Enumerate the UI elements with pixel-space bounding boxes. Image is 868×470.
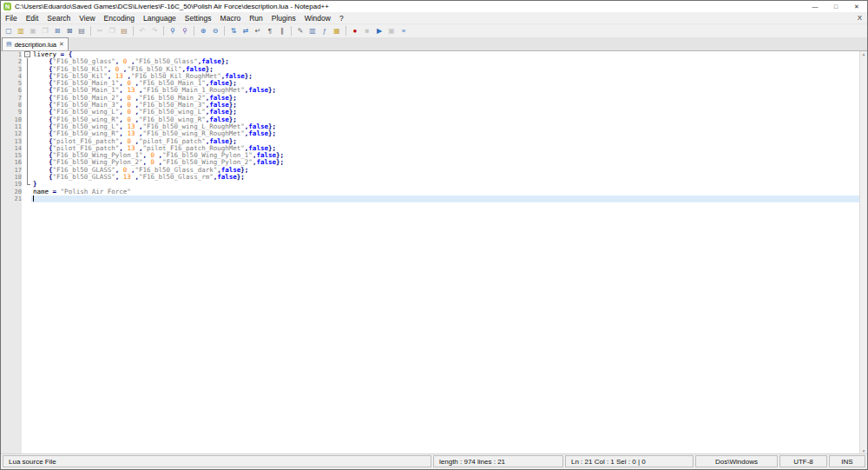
fold-margin[interactable] [23,80,31,87]
bookmark-margin[interactable] [1,189,8,195]
sync-horizontal-icon[interactable]: ⇄ [240,26,251,36]
code-line[interactable]: 14 {"pilot_F16_patch", 13 ,"pilot_F16_pa… [1,145,860,152]
fold-margin[interactable] [23,159,31,166]
code-line[interactable]: 16 {"F16_bl50_Wing_Pylon_2", 0 ,"F16_bl5… [1,159,860,166]
menu-item-run[interactable]: Run [245,14,267,23]
code-line[interactable]: 13 {"pilot_F16_patch", 0 ,"pilot_F16_pat… [1,138,860,145]
fold-margin[interactable] [23,174,31,181]
code-line[interactable]: 5 {"F16_bl50_Main_1", 0 ,"F16_bl50_Main_… [1,80,860,87]
code-line[interactable]: 10 {"F16_bl50_wing_R", 0 ,"F16_bl50_wing… [1,116,860,123]
bookmark-margin[interactable] [1,181,8,188]
fold-margin[interactable] [23,167,31,174]
fold-margin[interactable] [23,66,31,73]
close-document-icon[interactable]: ⊠ [52,26,62,36]
code-line[interactable]: 20name = "Polish Air Force" [1,189,860,195]
bookmark-margin[interactable] [1,66,8,73]
print-icon[interactable]: ▤ [76,26,87,36]
code-line[interactable]: 9 {"F16_bl50_wing_L", 0 ,"F16_bl50_wing_… [1,109,860,116]
bookmark-margin[interactable] [1,58,8,65]
menu-item-window[interactable]: Window [300,14,335,23]
fold-margin[interactable] [23,109,31,116]
menu-item-file[interactable]: File [1,14,22,23]
bookmark-margin[interactable] [1,109,8,116]
code-line[interactable]: 3 {"F16_bl50_Kil", 0 ,"F16_bl50_Kil",fal… [1,66,860,73]
code-line[interactable]: 2 {"F16_bl50_glass", 0 ,"F16_bl50_Glass"… [1,58,860,65]
find-icon[interactable]: ⚲ [168,26,178,36]
zoom-in-icon[interactable]: ⊕ [198,26,208,36]
fold-collapse-icon[interactable]: - [24,51,30,57]
menu-item-search[interactable]: Search [43,14,75,23]
menu-close-icon[interactable]: X [852,14,867,22]
bookmark-margin[interactable] [1,102,8,109]
record-macro-icon[interactable]: ● [350,26,360,36]
tab-description-lua[interactable]: ▤ description.lua ✕ [2,37,69,50]
maximize-button[interactable]: □ [825,1,846,12]
bookmark-margin[interactable] [1,167,8,174]
code-line[interactable]: 11 {"F16_bl50_wing_L", 13 ,"F16_bl50_win… [1,123,860,130]
bookmark-margin[interactable] [1,152,8,159]
paste-icon[interactable]: ▤ [119,26,129,36]
bookmark-margin[interactable] [1,51,8,58]
code-line[interactable]: 19} [1,181,860,188]
zoom-out-icon[interactable]: ⊖ [210,26,220,36]
code-line[interactable]: 17 {"F16_bl50_GLASS", 0 ,"F16_bl50_Glass… [1,167,860,174]
menu-item-macro[interactable]: Macro [216,14,246,23]
new-file-icon[interactable]: ▢ [3,26,14,36]
document-map-icon[interactable]: ▥ [307,26,318,36]
bookmark-margin[interactable] [1,138,8,145]
fold-margin[interactable] [23,138,31,145]
code-line[interactable]: 18 {"F16_bl50_GLASS", 13 ,"F16_bl50_Glas… [1,174,860,181]
menu-item-plugins[interactable]: Plugins [267,14,300,23]
code-editor[interactable]: 1-livery = {2 {"F16_bl50_glass", 0 ,"F16… [1,51,867,453]
vertical-scrollbar[interactable]: ▲ ▼ [859,51,867,453]
fold-margin[interactable] [23,58,31,65]
fold-margin[interactable] [23,73,31,80]
fold-margin[interactable] [23,95,31,102]
replace-icon[interactable]: ⚲ [180,26,190,36]
function-list-icon[interactable]: ƒ [319,26,330,36]
fold-margin[interactable] [23,123,31,130]
fold-margin[interactable] [23,87,31,94]
fold-margin[interactable] [23,189,31,195]
undo-icon[interactable]: ↶ [137,26,148,36]
fold-margin[interactable] [23,195,31,202]
tab-close-icon[interactable]: ✕ [59,41,64,48]
copy-icon[interactable]: ❐ [107,26,117,36]
bookmark-margin[interactable] [1,195,8,202]
fold-margin[interactable] [23,152,31,159]
user-defined-language-icon[interactable]: ✎ [295,26,306,36]
playback-macro-icon[interactable]: ▶ [374,26,385,36]
close-button[interactable]: ✕ [846,1,867,12]
menu-item-settings[interactable]: Settings [181,14,216,23]
code-line[interactable]: 8 {"F16_bl50_Main_3", 0 ,"F16_bl50_Main_… [1,102,860,109]
bookmark-margin[interactable] [1,73,8,80]
code-line[interactable]: 4 {"F16_bl50_Kil", 13 ,"F16_bl50_Kil_Rou… [1,73,860,80]
bookmark-margin[interactable] [1,80,8,87]
bookmark-margin[interactable] [1,174,8,181]
sync-vertical-icon[interactable]: ⇅ [228,26,239,36]
code-line[interactable]: 15 {"F16_bl50_Wing_Pylon_1", 0 ,"F16_bl5… [1,152,860,159]
folder-workspace-icon[interactable]: ▦ [332,26,342,36]
save-icon[interactable]: ▣ [28,26,38,36]
fold-margin[interactable] [23,181,31,188]
bookmark-margin[interactable] [1,116,8,123]
bookmark-margin[interactable] [1,123,8,130]
menu-item-edit[interactable]: Edit [22,14,43,23]
fold-margin[interactable] [23,116,31,123]
fold-margin[interactable]: - [23,51,31,58]
fold-margin[interactable] [23,102,31,109]
scroll-down-icon[interactable]: ▼ [862,448,865,453]
fold-margin[interactable] [23,145,31,152]
indent-guide-icon[interactable]: ∥ [277,26,287,36]
save-macro-icon[interactable]: ▣ [386,26,397,36]
scroll-up-icon[interactable]: ▲ [862,51,865,56]
cut-icon[interactable]: ✂ [95,26,105,36]
redo-icon[interactable]: ↷ [149,26,160,36]
menu-item-encoding[interactable]: Encoding [100,14,139,23]
menu-item-language[interactable]: Language [139,14,181,23]
bookmark-margin[interactable] [1,87,8,94]
save-all-icon[interactable]: ❐ [40,26,50,36]
code-line[interactable]: 6 {"F16_bl50_Main_1", 13 ,"F16_bl50_Main… [1,87,860,94]
fold-margin[interactable] [23,130,31,137]
close-all-documents-icon[interactable]: ⊠ [64,26,75,36]
